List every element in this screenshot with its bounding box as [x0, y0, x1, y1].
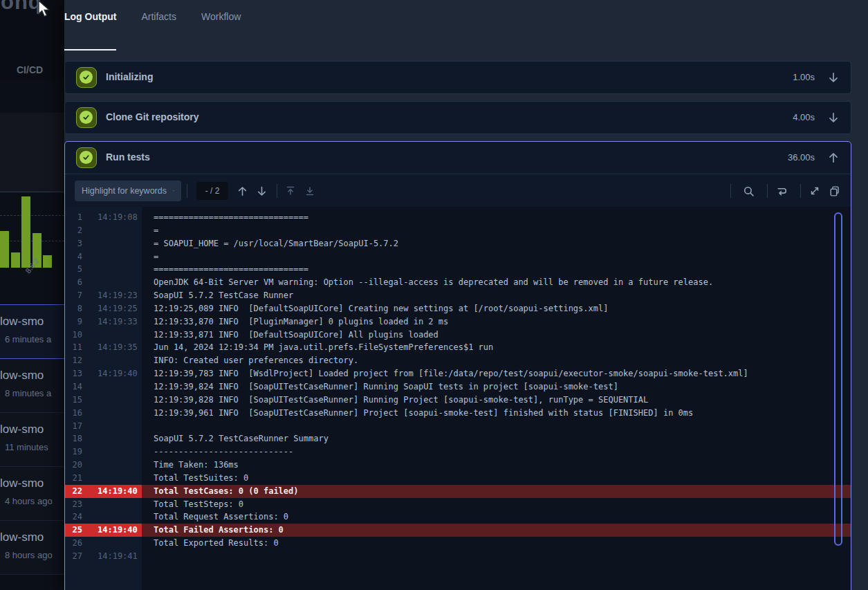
builds-bar-chart	[0, 192, 64, 268]
line-number: 25	[65, 524, 82, 537]
step-success-icon	[76, 67, 97, 88]
log-gutter: 16	[65, 407, 142, 420]
log-drawer: Log Output Artifacts Workflow Initializi…	[64, 0, 868, 590]
log-gutter: 24	[65, 510, 142, 524]
log-gutter: 23	[65, 498, 142, 511]
execution-time: 6 minutes a	[5, 334, 51, 344]
keyword-filter-input[interactable]: Highlight for keywords	[75, 181, 181, 201]
execution-list-item[interactable]: low-smo6 minutes a	[0, 304, 64, 359]
line-timestamp: 14:19:08	[98, 211, 139, 224]
step-title: Clone Git repository	[106, 111, 199, 122]
log-text: 12:19:25,089 INFO [DefaultSoapUICore] Cr…	[154, 302, 851, 315]
copy-logs-button[interactable]	[826, 183, 842, 199]
scroll-to-top-button[interactable]	[282, 183, 299, 199]
execution-list-item[interactable]: low-smo8 minutes a	[0, 359, 64, 413]
line-timestamp: 14:19:40	[98, 367, 139, 380]
log-gutter: 10	[65, 329, 142, 342]
line-number: 11	[65, 341, 82, 354]
search-icon	[743, 185, 755, 197]
step-initializing[interactable]: Initializing 1.00s	[64, 61, 851, 94]
divider	[187, 184, 187, 198]
step-duration: 1.00s	[793, 72, 815, 82]
expand-step-icon[interactable]	[827, 71, 840, 84]
line-timestamp	[98, 537, 139, 550]
divider	[800, 184, 801, 198]
divider	[767, 184, 768, 198]
log-console[interactable]: 114:19:08===============================…	[65, 207, 851, 590]
log-line: 1412:19:39,824 INFO [SoapUITestCaseRunne…	[65, 380, 851, 394]
log-text: SoapUI 5.7.2 TestCaseRunner Summary	[154, 432, 851, 445]
line-number: 6	[65, 276, 82, 289]
background-panel	[0, 113, 64, 192]
log-text: 12:19:39,783 INFO [WsdlProject] Loaded p…	[154, 367, 851, 380]
line-number: 15	[65, 394, 82, 407]
log-text: Jun 14, 2024 12:19:34 PM java.util.prefs…	[154, 341, 851, 354]
fullscreen-button[interactable]	[806, 183, 823, 199]
log-gutter: 21	[65, 472, 142, 485]
log-line: 914:19:3312:19:33,870 INFO [PluginManage…	[65, 315, 851, 329]
line-number: 14	[65, 380, 82, 394]
scrollbar-thumb[interactable]	[834, 212, 842, 546]
log-text: ===============================	[154, 211, 851, 224]
execution-list-item[interactable]: low-smo11 minutes	[0, 413, 64, 467]
line-number: 21	[65, 472, 82, 485]
app-canvas: onq CI/CD 8.6.2 low-smo6 minutes alow-sm…	[0, 0, 868, 590]
log-text: Total TestSuites: 0	[154, 472, 851, 485]
line-timestamp	[98, 263, 139, 276]
log-line: 1612:19:39,961 INFO [SoapUITestCaseRunne…	[65, 407, 851, 420]
log-gutter: 3	[65, 237, 142, 250]
execution-time: 8 minutes a	[5, 388, 51, 398]
tab-log-output[interactable]: Log Output	[64, 11, 116, 43]
line-timestamp	[98, 498, 139, 511]
step-success-icon	[76, 147, 97, 168]
arrow-up-icon	[237, 185, 248, 197]
collapse-step-icon[interactable]	[827, 151, 840, 164]
log-text: Total Request Assertions: 0	[154, 510, 851, 524]
log-gutter: 2	[65, 224, 142, 237]
log-gutter: 20	[65, 459, 142, 472]
next-match-button[interactable]	[253, 183, 270, 199]
line-number: 3	[65, 237, 82, 250]
log-gutter: 1114:19:35	[65, 341, 142, 354]
execution-name: low-smo	[0, 315, 44, 329]
line-timestamp	[98, 432, 139, 445]
expand-step-icon[interactable]	[827, 111, 840, 124]
log-gutter: 2514:19:40	[65, 524, 142, 537]
log-gutter: 19	[65, 445, 142, 459]
log-gutter: 12	[65, 354, 142, 367]
log-line: 3= SOAPUI_HOME = /usr/local/SmartBear/So…	[65, 237, 851, 250]
log-line: 2514:19:40Total Failed Assertions: 0	[65, 524, 851, 537]
scroll-to-bottom-button[interactable]	[302, 183, 318, 199]
log-line: 2714:19:41	[65, 550, 851, 563]
log-text	[154, 550, 851, 563]
previous-match-button[interactable]	[234, 183, 250, 199]
log-line: 17	[65, 420, 851, 433]
chart-gridline	[0, 215, 64, 216]
step-clone-git-repository[interactable]: Clone Git repository 4.00s	[64, 101, 851, 134]
chart-bar	[0, 231, 9, 268]
line-timestamp	[98, 354, 139, 367]
log-line: 19----------------------------	[65, 445, 851, 459]
log-line: 1512:19:39,828 INFO [SoapUITestCaseRunne…	[65, 394, 851, 407]
execution-name: low-smo	[0, 369, 44, 382]
wrap-text-icon	[776, 185, 788, 197]
chart-bar	[11, 252, 20, 268]
log-gutter: 26	[65, 537, 142, 550]
execution-time: 11 minutes	[5, 442, 48, 452]
cicd-label: CI/CD	[17, 64, 43, 75]
execution-name: low-smo	[0, 477, 44, 490]
expand-icon	[809, 185, 820, 196]
log-line: 2=	[65, 224, 851, 237]
execution-list-item[interactable]: low-smo4 hours ago	[0, 467, 64, 521]
log-text: INFO: Created user preferences directory…	[154, 354, 851, 367]
log-gutter: 814:19:25	[65, 302, 142, 315]
tab-workflow[interactable]: Workflow	[201, 11, 241, 43]
line-number: 9	[65, 315, 82, 329]
execution-list-item[interactable]: low-smo8 hours ago	[0, 521, 64, 575]
log-text: 12:19:39,961 INFO [SoapUITestCaseRunner]…	[154, 407, 851, 420]
search-logs-button[interactable]	[740, 183, 757, 199]
step-header[interactable]: Run tests 36.00s	[65, 142, 851, 174]
tab-artifacts[interactable]: Artifacts	[141, 11, 176, 43]
line-number: 18	[65, 432, 82, 445]
toggle-wrap-button[interactable]	[773, 183, 790, 199]
